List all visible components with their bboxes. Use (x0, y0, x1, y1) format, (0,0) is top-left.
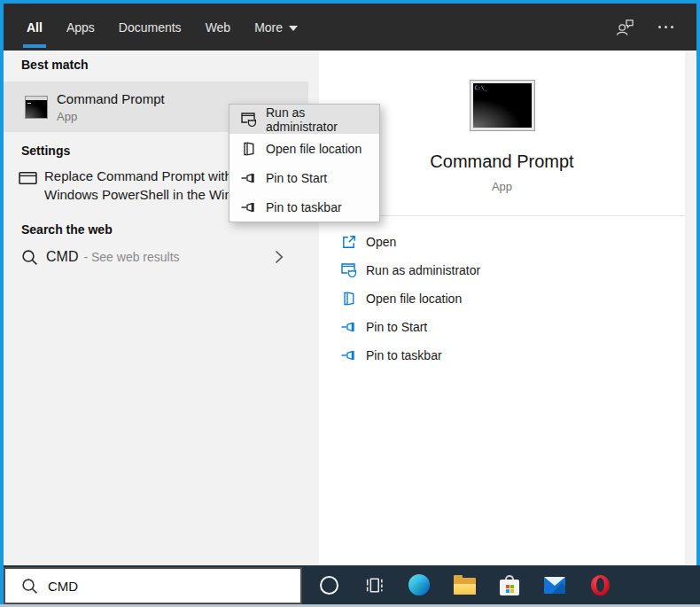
tab-documents[interactable]: Documents (119, 4, 182, 51)
action-pin-to-start[interactable]: Pin to Start (319, 313, 685, 341)
preview-title: Command Prompt (430, 152, 573, 172)
menu-item-label: Pin to taskbar (266, 200, 342, 214)
pin-icon (241, 202, 257, 213)
taskbar: CMD (4, 565, 700, 607)
menu-item-label: Run as administrator (266, 105, 379, 134)
settings-result-line2: Windows PowerShell in the Win (44, 185, 232, 204)
action-pin-to-taskbar-label: Pin to taskbar (366, 348, 442, 362)
action-open-file-location[interactable]: Open file location (319, 284, 685, 313)
task-view-button[interactable] (362, 573, 385, 596)
pin-icon (341, 322, 357, 332)
search-web-header: Search the web (21, 222, 113, 237)
settings-header: Settings (21, 144, 70, 158)
action-pin-to-taskbar[interactable]: Pin to taskbar (319, 341, 685, 370)
result-title: Command Prompt (57, 91, 165, 106)
action-open[interactable]: Open (319, 228, 685, 256)
tab-web[interactable]: Web (206, 4, 231, 51)
run-as-administrator-icon (341, 263, 357, 277)
tab-apps[interactable]: Apps (66, 4, 95, 51)
microsoft-store-button[interactable] (498, 573, 521, 596)
file-explorer-icon (454, 578, 476, 595)
settings-result-text: Replace Command Prompt with Windows Powe… (44, 167, 232, 208)
context-menu: Run as administrator Open file location … (229, 104, 380, 222)
action-run-as-administrator[interactable]: Run as administrator (319, 256, 685, 284)
opera-icon (591, 575, 610, 595)
tab-apps-label: Apps (66, 20, 95, 35)
open-icon (342, 235, 356, 249)
cortana-icon (320, 576, 338, 595)
preview-actions: Open Run as administrator Open file loca… (319, 228, 685, 370)
action-pin-to-start-label: Pin to Start (366, 320, 427, 334)
menu-item-pin-to-start[interactable]: Pin to Start (229, 163, 379, 192)
preview-type: App (492, 180, 512, 193)
cortana-button[interactable] (317, 573, 340, 596)
search-icon (21, 578, 38, 595)
tab-more[interactable]: More (254, 4, 298, 51)
run-as-administrator-icon (241, 113, 257, 127)
menu-item-open-file-location[interactable]: Open file location (229, 134, 379, 163)
action-run-as-administrator-label: Run as administrator (366, 263, 480, 277)
tab-web-label: Web (206, 20, 231, 35)
best-match-header: Best match (21, 58, 88, 72)
result-type: App (57, 110, 165, 123)
web-query: CMD (46, 249, 78, 265)
tab-all-label: All (27, 20, 43, 35)
mail-icon (544, 577, 565, 594)
open-file-location-icon (342, 292, 356, 306)
web-hint: - See web results (83, 250, 179, 264)
search-input[interactable]: CMD (4, 567, 302, 604)
filter-tabs: All Apps Documents Web More (4, 4, 298, 51)
search-filter-bar: All Apps Documents Web More (4, 4, 696, 51)
microsoft-store-icon (500, 574, 519, 595)
file-explorer-button[interactable] (453, 573, 476, 596)
menu-item-pin-to-taskbar[interactable]: Pin to taskbar (229, 192, 379, 222)
tab-all[interactable]: All (27, 4, 43, 51)
command-prompt-icon: C:\_ (470, 80, 535, 131)
edge-icon (408, 574, 430, 595)
settings-result-line1: Replace Command Prompt with (44, 167, 232, 185)
tab-documents-label: Documents (119, 20, 182, 35)
menu-item-label: Open file location (266, 142, 362, 156)
menu-item-label: Pin to Start (266, 171, 327, 185)
chevron-right-icon[interactable] (275, 250, 284, 264)
search-input-value: CMD (48, 579, 78, 594)
action-open-label: Open (366, 235, 396, 249)
task-view-icon (363, 574, 385, 596)
taskbar-buttons (302, 565, 700, 604)
web-search-result[interactable]: CMD - See web results (4, 239, 308, 275)
edge-button[interactable] (408, 573, 431, 596)
menu-item-run-as-administrator[interactable]: Run as administrator (229, 105, 379, 134)
divider (331, 215, 685, 216)
action-open-file-location-label: Open file location (366, 292, 462, 306)
command-prompt-icon (25, 96, 48, 119)
window-icon (19, 171, 37, 185)
open-file-location-icon (242, 142, 256, 156)
windows-search-flyout: All Apps Documents Web More Best match C… (0, 0, 700, 607)
tab-more-label: More (254, 20, 283, 35)
search-icon (21, 249, 38, 266)
chevron-down-icon (289, 26, 298, 31)
feedback-icon[interactable] (615, 19, 635, 36)
ellipsis-icon[interactable] (658, 26, 673, 28)
pin-icon (341, 350, 357, 361)
scrollbar[interactable] (685, 51, 696, 565)
pin-icon (241, 173, 257, 183)
mail-button[interactable] (543, 573, 566, 596)
opera-button[interactable] (588, 573, 611, 596)
